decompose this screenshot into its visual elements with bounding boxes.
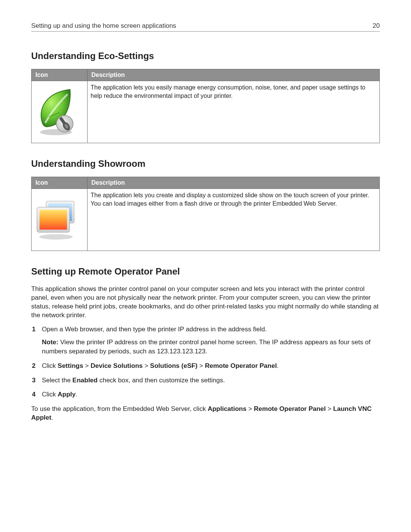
step-1-note: Note: View the printer IP address on the… (42, 338, 380, 356)
document-page: Setting up and using the home screen app… (0, 0, 411, 450)
step-4-b: Apply (58, 391, 76, 398)
remote-outro: To use the application, from the Embedde… (31, 404, 380, 422)
showroom-icon (35, 191, 77, 248)
showroom-description: The application lets you create and disp… (88, 189, 380, 251)
eco-col-desc: Description (88, 69, 380, 81)
step-3-pre: Select the (42, 377, 72, 384)
step-2: Click Settings > Device Solutions > Solu… (31, 361, 380, 371)
eco-table: Icon Description (31, 69, 380, 143)
step-2-b3: Solutions (eSF) (150, 362, 198, 369)
header-title: Setting up and using the home screen app… (31, 22, 176, 30)
showroom-row: The application lets you create and disp… (32, 189, 380, 251)
step-2-b4: Remote Operator Panel (205, 362, 277, 369)
eco-description: The application lets you easily manage e… (88, 81, 380, 143)
eco-row: The application lets you easily manage e… (32, 81, 380, 143)
page-header: Setting up and using the home screen app… (31, 22, 380, 32)
showroom-table: Icon Description (31, 177, 380, 251)
page-number: 20 (373, 22, 380, 30)
svg-point-5 (39, 234, 73, 240)
remote-intro: This application shows the printer contr… (31, 284, 380, 320)
note-label: Note: (42, 339, 58, 346)
step-3-b: Enabled (72, 377, 97, 384)
step-3-post: check box, and then customize the settin… (97, 377, 225, 384)
step-3: Select the Enabled check box, and then c… (31, 376, 380, 385)
remote-steps: Open a Web browser, and then type the pr… (31, 325, 380, 399)
remote-heading: Setting up Remote Operator Panel (31, 266, 380, 277)
showroom-heading: Understanding Showroom (31, 158, 380, 169)
step-1: Open a Web browser, and then type the pr… (31, 325, 380, 356)
step-2-pre: Click (42, 362, 58, 369)
svg-rect-9 (40, 210, 67, 230)
step-1-text: Open a Web browser, and then type the pr… (42, 326, 267, 333)
eco-settings-icon (35, 83, 77, 141)
step-2-b1: Settings (58, 362, 83, 369)
showroom-icon-cell (32, 189, 88, 251)
eco-col-icon: Icon (32, 69, 88, 81)
outro-b1: Applications (208, 405, 247, 412)
eco-icon-cell (32, 81, 88, 143)
eco-heading: Understanding Eco‑Settings (31, 51, 380, 61)
step-2-b2: Device Solutions (91, 362, 143, 369)
note-body: View the printer IP address on the print… (42, 339, 370, 355)
step-4: Click Apply. (31, 390, 380, 399)
outro-b2: Remote Operator Panel (254, 405, 326, 412)
showroom-col-icon: Icon (32, 177, 88, 189)
step-4-pre: Click (42, 391, 58, 398)
showroom-col-desc: Description (88, 177, 380, 189)
